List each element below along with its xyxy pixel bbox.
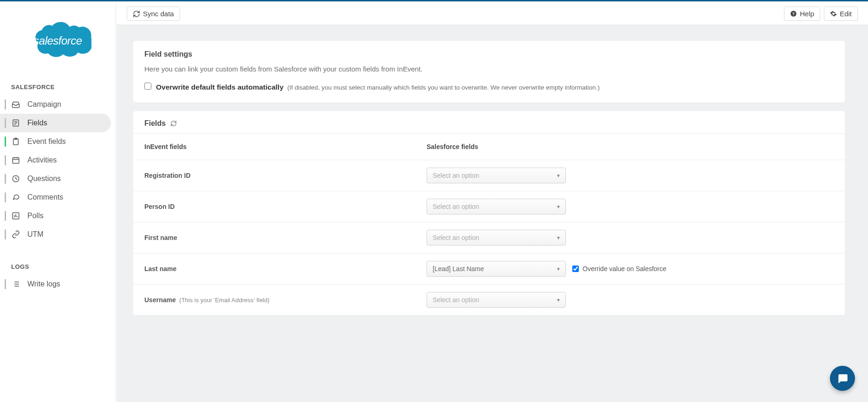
fields-table-body: Registration IDSelect an option▼Person I… <box>133 160 845 316</box>
overwrite-checkbox[interactable] <box>144 83 151 90</box>
sidebar-item-label: Questions <box>27 175 61 183</box>
sidebar-item-polls[interactable]: Polls <box>0 207 111 225</box>
list-icon <box>11 279 21 289</box>
link-icon <box>11 229 21 240</box>
sidebar-nav: CampaignFieldsEvent fieldsActivitiesQues… <box>0 95 116 244</box>
help-button[interactable]: ? Help <box>784 6 820 21</box>
field-row: Last name[Lead] Last Name▼Override value… <box>133 253 845 285</box>
nav-bar-indicator <box>5 155 6 165</box>
salesforce-field-select[interactable]: Select an option▼ <box>427 230 566 246</box>
field-row-label: Registration ID <box>144 172 427 179</box>
sidebar-item-label: Polls <box>27 212 44 220</box>
form-icon <box>11 118 21 128</box>
field-row: First nameSelect an option▼ <box>133 222 845 253</box>
field-row: Registration IDSelect an option▼ <box>133 160 845 191</box>
field-settings-card: Field settings Here you can link your cu… <box>133 41 845 103</box>
chevron-down-icon: ▼ <box>556 266 561 272</box>
sidebar-section-logs: LOGS <box>0 257 116 275</box>
sidebar-item-label: Activities <box>27 156 57 164</box>
svg-text:?: ? <box>792 12 795 16</box>
sidebar-item-label: Fields <box>27 119 47 127</box>
sidebar-item-label: Comments <box>27 193 63 201</box>
field-row-controls: Select an option▼ <box>427 292 834 308</box>
nav-bar-indicator <box>5 211 6 221</box>
edit-label: Edit <box>840 10 852 18</box>
sync-icon <box>133 10 140 18</box>
field-row-controls: Select an option▼ <box>427 230 834 246</box>
salesforce-field-select[interactable]: Select an option▼ <box>427 199 566 214</box>
field-row-label: Person ID <box>144 203 427 210</box>
sidebar-item-utm[interactable]: UTM <box>0 225 111 244</box>
inbox-icon <box>11 99 21 110</box>
sidebar-item-label: Campaign <box>27 100 61 109</box>
sync-data-button[interactable]: Sync data <box>127 6 180 21</box>
clock-icon <box>11 174 21 184</box>
help-icon: ? <box>790 10 797 17</box>
fields-header: Fields <box>133 111 845 133</box>
salesforce-field-select[interactable]: Select an option▼ <box>427 168 566 183</box>
chevron-down-icon: ▼ <box>556 204 561 209</box>
nav-bar-indicator <box>5 279 6 289</box>
sidebar-item-write-logs[interactable]: Write logs <box>0 275 111 293</box>
svg-rect-6 <box>13 158 19 163</box>
field-row: Username (This is your 'Email Address' f… <box>133 285 845 316</box>
sidebar-nav-logs: Write logs <box>0 275 116 293</box>
chat-icon <box>836 372 849 384</box>
sync-label: Sync data <box>143 10 174 18</box>
salesforce-field-select[interactable]: Select an option▼ <box>427 292 566 308</box>
sidebar-item-questions[interactable]: Questions <box>0 169 111 188</box>
main-panel: Sync data ? Help Edit Field settings Her… <box>117 3 868 402</box>
sidebar-section-salesforce: SALESFORCE <box>0 77 116 95</box>
col-salesforce: Salesforce fields <box>427 143 834 150</box>
chat-launcher[interactable] <box>830 366 855 391</box>
nav-bar-indicator <box>5 99 6 110</box>
override-checkbox-row[interactable]: Override value on Salesforce <box>572 265 667 272</box>
field-row-label: Last name <box>144 265 427 272</box>
field-settings-desc: Here you can link your custom fields fro… <box>144 65 834 73</box>
logo: salesforce <box>0 12 116 77</box>
content-scroll[interactable]: Field settings Here you can link your cu… <box>117 25 868 402</box>
field-row-controls: Select an option▼ <box>427 168 834 183</box>
sidebar-item-label: UTM <box>27 230 44 239</box>
field-row-label: First name <box>144 234 427 241</box>
nav-bar-indicator <box>5 136 6 147</box>
nav-bar-indicator <box>5 229 6 240</box>
sidebar-item-label: Event fields <box>27 137 66 146</box>
field-settings-title: Field settings <box>144 50 834 58</box>
chevron-down-icon: ▼ <box>556 298 561 303</box>
sidebar-item-campaign[interactable]: Campaign <box>0 95 111 114</box>
override-label: Override value on Salesforce <box>583 265 667 272</box>
nav-bar-indicator <box>5 192 6 202</box>
overwrite-label: Overwrite default fields automatically <box>156 83 284 91</box>
edit-button[interactable]: Edit <box>824 6 858 21</box>
col-inevent: InEvent fields <box>144 143 427 150</box>
topbar: Sync data ? Help Edit <box>117 3 868 25</box>
overwrite-checkbox-row[interactable]: Overwrite default fields automatically (… <box>144 81 834 92</box>
refresh-fields-icon[interactable] <box>170 120 177 127</box>
comments-icon <box>11 192 21 202</box>
field-row-controls: Select an option▼ <box>427 199 834 214</box>
clipboard-icon <box>11 136 21 147</box>
calendar-icon <box>11 155 21 165</box>
sidebar-item-label: Write logs <box>27 280 60 288</box>
field-row: Person IDSelect an option▼ <box>133 191 845 222</box>
sidebar-item-comments[interactable]: Comments <box>0 188 111 207</box>
help-label: Help <box>800 10 814 18</box>
chart-icon <box>11 211 21 221</box>
gear-icon <box>830 10 837 17</box>
sidebar-item-activities[interactable]: Activities <box>0 151 111 169</box>
overwrite-note: (If disabled, you must select manually w… <box>287 84 600 91</box>
salesforce-field-select[interactable]: [Lead] Last Name▼ <box>427 261 566 277</box>
nav-bar-indicator <box>5 118 6 128</box>
sidebar-item-fields[interactable]: Fields <box>0 114 111 132</box>
fields-title: Fields <box>144 119 166 128</box>
fields-card: Fields InEvent fields Salesforce fields … <box>133 111 845 316</box>
cloud-icon <box>24 17 91 63</box>
chevron-down-icon: ▼ <box>556 235 561 240</box>
sidebar-item-event-fields[interactable]: Event fields <box>0 132 111 151</box>
fields-table-header: InEvent fields Salesforce fields <box>133 133 845 160</box>
override-checkbox[interactable] <box>572 266 579 272</box>
nav-bar-indicator <box>5 174 6 184</box>
field-row-controls: [Lead] Last Name▼Override value on Sales… <box>427 261 834 277</box>
sidebar: salesforce SALESFORCE CampaignFieldsEven… <box>0 3 116 402</box>
